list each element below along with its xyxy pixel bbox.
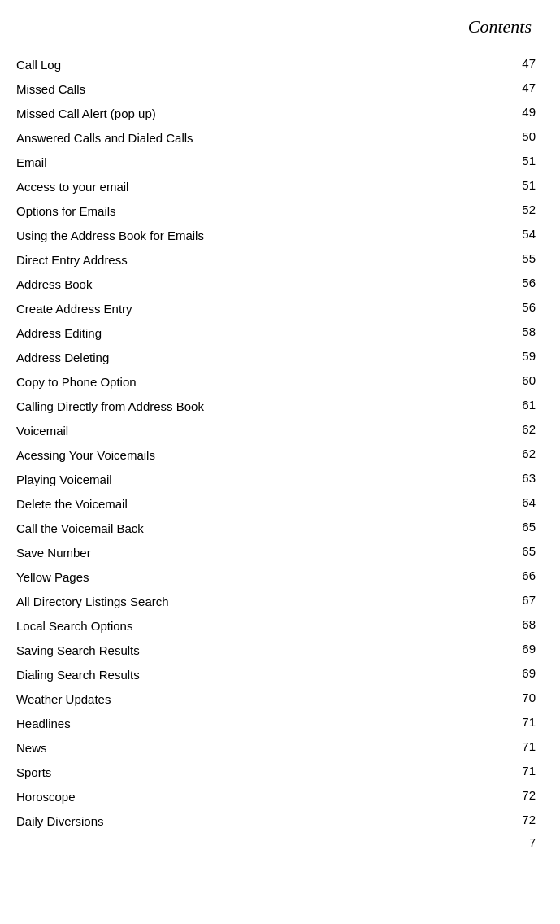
toc-row: Call Log47 [16,52,536,76]
toc-row: Yellow Pages66 [16,564,536,589]
toc-row: Address Book56 [16,272,536,296]
toc-row: Email51 [16,150,536,174]
toc-item-page: 62 [484,418,536,442]
toc-item-label: Sports [16,760,484,784]
toc-row: Dialing Search Results69 [16,662,536,686]
page-title: Contents [16,16,536,37]
toc-row: Access to your email51 [16,174,536,198]
toc-item-page: 67 [484,589,536,613]
toc-row: Playing Voicemail63 [16,467,536,491]
toc-row: Create Address Entry56 [16,296,536,320]
toc-item-label: Local Search Options [16,613,484,638]
toc-item-label: Address Editing [16,320,484,345]
toc-row: Daily Diversions72 [16,808,536,833]
toc-item-page: 71 [484,760,536,784]
toc-item-page: 62 [484,442,536,467]
toc-row: Answered Calls and Dialed Calls50 [16,125,536,150]
page-number: 7 [529,836,536,849]
toc-item-label: Weather Updates [16,686,484,711]
toc-item-label: Voicemail [16,418,484,442]
toc-item-page: 63 [484,467,536,491]
toc-item-label: Horoscope [16,784,484,808]
toc-row: Voicemail62 [16,418,536,442]
toc-row: All Directory Listings Search67 [16,589,536,613]
toc-item-label: Yellow Pages [16,564,484,589]
toc-item-label: Address Deleting [16,345,484,369]
toc-item-label: News [16,735,484,760]
toc-item-label: Saving Search Results [16,638,484,662]
toc-item-page: 61 [484,394,536,418]
toc-item-label: Options for Emails [16,198,484,223]
toc-item-page: 69 [484,662,536,686]
toc-item-page: 50 [484,125,536,150]
toc-item-label: Save Number [16,540,484,564]
toc-item-label: Dialing Search Results [16,662,484,686]
toc-item-page: 65 [484,516,536,540]
toc-item-page: 58 [484,320,536,345]
toc-row: Weather Updates70 [16,686,536,711]
toc-item-page: 71 [484,711,536,735]
toc-item-label: Calling Directly from Address Book [16,394,484,418]
toc-item-label: Address Book [16,272,484,296]
toc-item-label: Direct Entry Address [16,247,484,272]
toc-row: Options for Emails52 [16,198,536,223]
toc-item-label: Daily Diversions [16,808,484,833]
toc-item-label: Using the Address Book for Emails [16,223,484,247]
toc-item-label: Acessing Your Voicemails [16,442,484,467]
toc-item-page: 59 [484,345,536,369]
toc-row: Local Search Options68 [16,613,536,638]
toc-row: Address Editing58 [16,320,536,345]
toc-item-page: 49 [484,101,536,125]
toc-row: Calling Directly from Address Book61 [16,394,536,418]
toc-item-label: Create Address Entry [16,296,484,320]
toc-item-page: 66 [484,564,536,589]
toc-item-page: 70 [484,686,536,711]
toc-item-page: 56 [484,272,536,296]
toc-row: Save Number65 [16,540,536,564]
toc-item-page: 55 [484,247,536,272]
toc-table: Call Log47Missed Calls47Missed Call Aler… [16,52,536,833]
toc-item-page: 51 [484,174,536,198]
toc-item-page: 52 [484,198,536,223]
toc-item-label: Access to your email [16,174,484,198]
toc-item-page: 47 [484,52,536,76]
toc-row: Saving Search Results69 [16,638,536,662]
toc-item-label: All Directory Listings Search [16,589,484,613]
toc-row: News71 [16,735,536,760]
toc-item-label: Delete the Voicemail [16,491,484,516]
toc-row: Address Deleting59 [16,345,536,369]
toc-row: Headlines71 [16,711,536,735]
toc-item-label: Copy to Phone Option [16,369,484,394]
toc-item-page: 60 [484,369,536,394]
toc-item-label: Headlines [16,711,484,735]
toc-item-label: Answered Calls and Dialed Calls [16,125,484,150]
toc-item-label: Missed Calls [16,76,484,101]
toc-item-page: 64 [484,491,536,516]
toc-item-page: 72 [484,784,536,808]
toc-item-page: 68 [484,613,536,638]
toc-row: Using the Address Book for Emails54 [16,223,536,247]
toc-row: Direct Entry Address55 [16,247,536,272]
toc-item-label: Call Log [16,52,484,76]
toc-item-page: 65 [484,540,536,564]
toc-item-page: 54 [484,223,536,247]
toc-item-label: Call the Voicemail Back [16,516,484,540]
toc-item-label: Missed Call Alert (pop up) [16,101,484,125]
toc-item-page: 51 [484,150,536,174]
toc-row: Call the Voicemail Back65 [16,516,536,540]
toc-item-page: 71 [484,735,536,760]
toc-item-page: 69 [484,638,536,662]
toc-item-label: Playing Voicemail [16,467,484,491]
toc-row: Sports71 [16,760,536,784]
toc-row: Missed Call Alert (pop up)49 [16,101,536,125]
toc-item-page: 56 [484,296,536,320]
toc-row: Delete the Voicemail64 [16,491,536,516]
toc-item-page: 47 [484,76,536,101]
toc-row: Copy to Phone Option60 [16,369,536,394]
toc-row: Missed Calls47 [16,76,536,101]
toc-item-label: Email [16,150,484,174]
toc-row: Horoscope72 [16,784,536,808]
page-container: Contents Call Log47Missed Calls47Missed … [0,0,560,865]
toc-row: Acessing Your Voicemails62 [16,442,536,467]
toc-item-page: 72 [484,808,536,833]
